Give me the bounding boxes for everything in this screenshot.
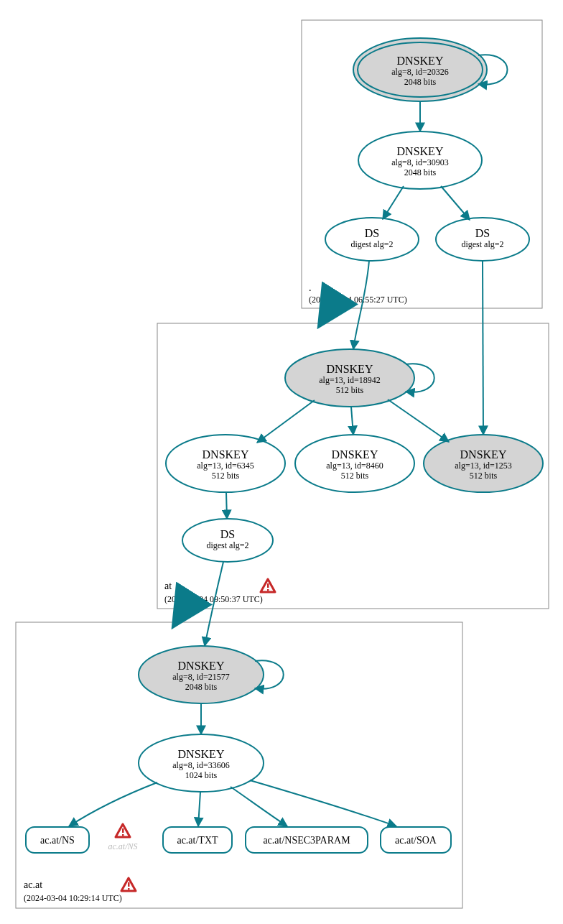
node-at-ksk: DNSKEY alg=13, id=18942 512 bits xyxy=(285,349,414,407)
node-at-zsk2: DNSKEY alg=13, id=8460 512 bits xyxy=(295,435,414,492)
text: 2048 bits xyxy=(185,682,218,692)
text: DNSKEY xyxy=(178,748,225,760)
text: 2048 bits xyxy=(404,167,437,177)
svg-rect-10 xyxy=(267,583,269,588)
edge-ds1-atksk xyxy=(353,261,369,349)
text: DNSKEY xyxy=(397,145,444,157)
node-at-zsk1: DNSKEY alg=13, id=6345 512 bits xyxy=(166,435,285,492)
text: digest alg=2 xyxy=(350,239,393,249)
dnssec-diagram: DNSKEY alg=8, id=20326 2048 bits DNSKEY … xyxy=(0,0,563,924)
text: DNSKEY xyxy=(203,448,249,461)
edge-rootzsk-ds2 xyxy=(441,186,470,220)
text: DNSKEY xyxy=(178,660,225,672)
text: DNSKEY xyxy=(460,448,507,461)
text: digest alg=2 xyxy=(461,239,503,249)
edge-zone-root-to-at xyxy=(322,308,330,322)
edge-atksk-zsk1 xyxy=(257,400,315,443)
text: DNSKEY xyxy=(332,448,378,461)
edge-rootzsk-ds1 xyxy=(383,186,404,219)
zone-acat-label: ac.at xyxy=(24,879,42,890)
text: alg=13, id=1253 xyxy=(455,461,512,471)
node-rec-ns: ac.at/NS xyxy=(26,827,89,853)
edge-zsk-txt xyxy=(198,792,200,826)
text: DS xyxy=(365,227,379,239)
zone-root-label: . xyxy=(309,282,312,293)
text: alg=8, id=21577 xyxy=(172,672,230,682)
text: digest alg=2 xyxy=(206,540,248,550)
warning-icon xyxy=(261,579,275,592)
edge-atksk-zsk2 xyxy=(351,407,353,435)
node-rec-ns-ghost: ac.at/NS xyxy=(108,841,138,851)
text: ac.at/NSEC3PARAM xyxy=(263,835,350,846)
text: ac.at/NS xyxy=(40,835,75,846)
edge-zone-at-to-acat xyxy=(176,609,185,622)
node-acat-ksk: DNSKEY alg=8, id=21577 2048 bits xyxy=(139,646,264,703)
node-rec-soa: ac.at/SOA xyxy=(381,827,451,853)
text: 512 bits xyxy=(212,471,240,481)
text: alg=13, id=6345 xyxy=(197,461,254,471)
text: 512 bits xyxy=(336,385,364,395)
node-rec-nsec3param: ac.at/NSEC3PARAM xyxy=(246,827,368,853)
zone-acat-timestamp: (2024-03-04 10:29:14 UTC) xyxy=(24,893,122,903)
text: 512 bits xyxy=(341,471,369,481)
svg-rect-20 xyxy=(128,882,130,887)
text: 512 bits xyxy=(470,471,498,481)
text: DNSKEY xyxy=(397,55,444,67)
svg-rect-11 xyxy=(267,589,269,591)
node-root-zsk: DNSKEY alg=8, id=30903 2048 bits xyxy=(358,131,482,189)
zone-at-label: at xyxy=(164,581,172,591)
text: DNSKEY xyxy=(327,363,373,375)
warning-icon xyxy=(121,878,136,891)
text: DS xyxy=(475,227,490,239)
node-ds-right: DS digest alg=2 xyxy=(436,218,529,261)
node-ds-left: DS digest alg=2 xyxy=(325,218,419,261)
text: ac.at/SOA xyxy=(395,835,437,846)
node-at-ds: DS digest alg=2 xyxy=(182,519,273,562)
text: alg=8, id=33606 xyxy=(172,760,230,770)
text: alg=13, id=18942 xyxy=(319,375,381,385)
node-rec-txt: ac.at/TXT xyxy=(163,827,232,853)
edge-ds2-atzsk3 xyxy=(483,261,483,435)
text: alg=13, id=8460 xyxy=(326,461,383,471)
svg-rect-15 xyxy=(122,828,124,833)
edge-zsk-ns xyxy=(69,782,157,826)
zone-root-timestamp: (2024-03-04 06:55:27 UTC) xyxy=(309,295,407,305)
svg-rect-21 xyxy=(128,888,130,890)
text: alg=8, id=30903 xyxy=(391,157,449,167)
node-root-ksk: DNSKEY alg=8, id=20326 2048 bits xyxy=(353,38,487,101)
node-at-zsk3: DNSKEY alg=13, id=1253 512 bits xyxy=(424,435,543,492)
text: ac.at/TXT xyxy=(177,835,218,846)
text: 1024 bits xyxy=(185,770,218,780)
text: DS xyxy=(220,528,235,540)
warning-icon xyxy=(116,824,130,837)
edge-zsk-soa xyxy=(250,780,396,826)
edge-atzsk1-atds xyxy=(226,492,227,519)
text: alg=8, id=20326 xyxy=(391,67,449,77)
svg-rect-16 xyxy=(122,834,124,836)
edge-zsk-nsec xyxy=(231,787,287,826)
text: 2048 bits xyxy=(404,77,437,87)
edge-atksk-zsk3 xyxy=(388,399,449,442)
